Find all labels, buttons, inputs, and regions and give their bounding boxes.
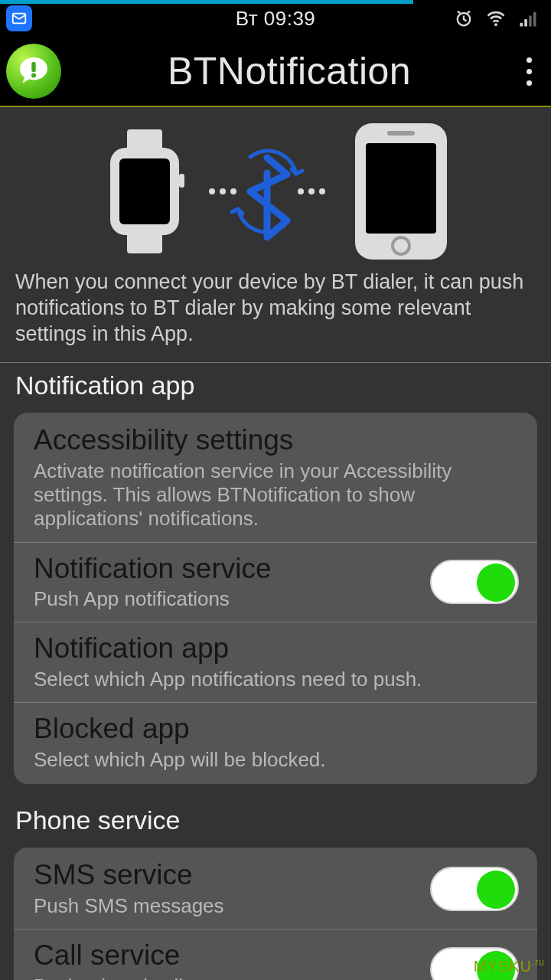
section-header-notification: Notification app xyxy=(0,363,551,408)
phone-icon xyxy=(332,119,470,264)
svg-rect-21 xyxy=(366,143,436,234)
item-subtitle: Select which App notifications need to p… xyxy=(34,668,519,691)
overflow-menu-button[interactable] xyxy=(517,57,540,86)
wifi-icon xyxy=(485,8,507,29)
notification-service-item[interactable]: Notification service Push App notificati… xyxy=(14,543,537,623)
status-bar: Вт 09:39 xyxy=(0,0,551,37)
watermark: MYSKU.ru xyxy=(474,957,545,975)
app-title: BTNotification xyxy=(61,49,517,93)
svg-rect-3 xyxy=(520,23,523,27)
item-subtitle: Select which App will be blocked. xyxy=(34,748,519,772)
section-header-phone: Phone service xyxy=(0,798,551,843)
item-title: SMS service xyxy=(34,860,418,891)
item-subtitle: Push SMS messages xyxy=(34,894,418,918)
intro-description: When you connect your device by BT diale… xyxy=(12,260,545,351)
svg-rect-4 xyxy=(524,19,527,26)
item-title: Call service xyxy=(34,940,418,972)
svg-rect-9 xyxy=(127,129,162,151)
phone-service-card: SMS service Push SMS messages Call servi… xyxy=(14,848,537,980)
sms-service-item[interactable]: SMS service Push SMS messages xyxy=(14,849,537,929)
svg-point-15 xyxy=(220,188,226,194)
svg-rect-7 xyxy=(31,62,35,72)
svg-rect-10 xyxy=(127,232,162,253)
notification-app-item[interactable]: Notification app Select which App notifi… xyxy=(14,622,537,703)
svg-point-14 xyxy=(209,188,215,194)
svg-point-8 xyxy=(31,74,36,78)
svg-point-2 xyxy=(494,23,497,26)
mail-notification-icon xyxy=(6,5,32,31)
bluetooth-sync-icon xyxy=(206,138,328,245)
svg-rect-12 xyxy=(119,158,170,224)
smartwatch-icon xyxy=(87,126,202,256)
item-title: Notification service xyxy=(34,554,418,585)
notification-service-toggle[interactable] xyxy=(430,560,519,604)
sms-service-toggle[interactable] xyxy=(430,867,519,911)
item-title: Notification app xyxy=(34,633,519,665)
blocked-app-item[interactable]: Blocked app Select which App will be blo… xyxy=(14,703,537,782)
svg-point-17 xyxy=(298,188,304,194)
intro-section: When you connect your device by BT diale… xyxy=(0,107,551,363)
loading-progress xyxy=(0,0,413,4)
svg-point-18 xyxy=(308,188,315,194)
item-title: Accessibility settings xyxy=(34,425,519,456)
app-logo-icon xyxy=(6,44,61,99)
notification-settings-card: Accessibility settings Activate notifica… xyxy=(14,413,537,784)
app-bar: BTNotification xyxy=(0,37,551,107)
cell-signal-icon xyxy=(517,8,539,29)
svg-rect-13 xyxy=(179,174,184,188)
item-subtitle: Push App notifications xyxy=(34,587,418,611)
accessibility-settings-item[interactable]: Accessibility settings Activate notifica… xyxy=(14,414,537,542)
svg-rect-5 xyxy=(529,16,532,27)
call-service-item[interactable]: Call service Push missed call xyxy=(14,929,537,980)
clock-text: Вт 09:39 xyxy=(236,7,316,31)
pairing-illustration xyxy=(12,122,545,260)
svg-rect-22 xyxy=(387,131,415,136)
svg-rect-6 xyxy=(533,12,536,27)
alarm-icon xyxy=(453,8,474,29)
item-title: Blocked app xyxy=(34,714,519,745)
item-subtitle: Activate notification service in your Ac… xyxy=(34,459,519,531)
svg-point-16 xyxy=(230,188,236,194)
item-subtitle: Push missed call xyxy=(34,975,418,980)
svg-point-19 xyxy=(319,188,325,194)
